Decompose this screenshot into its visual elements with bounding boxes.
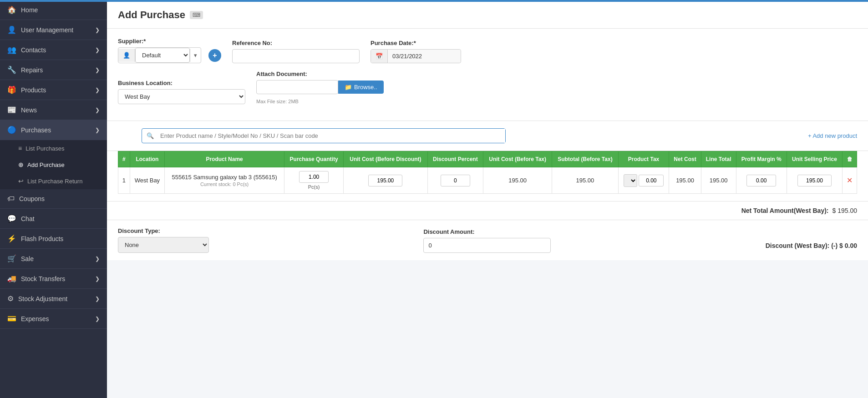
- chevron-right-icon: ❯: [95, 256, 100, 262]
- product-tax-select[interactable]: [624, 174, 637, 187]
- browse-label: Browse..: [354, 84, 377, 91]
- sidebar-item-products[interactable]: 🎁 Products ❯: [0, 80, 107, 100]
- sidebar-item-label: Home: [21, 6, 38, 14]
- product-search-input[interactable]: [158, 129, 505, 143]
- sidebar-item-news[interactable]: 📰 News ❯: [0, 100, 107, 120]
- delete-row-button[interactable]: ✕: [847, 176, 853, 185]
- add-supplier-button[interactable]: +: [208, 49, 221, 62]
- sidebar-item-stock-adjustment[interactable]: ⚙ Stock Adjustment ❯: [0, 289, 107, 309]
- sidebar-sub-item-list-purchase-return[interactable]: ↩ List Purchase Return: [0, 173, 107, 189]
- sidebar-item-user-management[interactable]: 👤 User Management ❯: [0, 20, 107, 40]
- home-icon: 🏠: [7, 5, 16, 14]
- file-size-hint: Max File size: 2MB: [256, 99, 384, 104]
- discount-type-group: Discount Type: None Fixed Percentage: [118, 227, 209, 253]
- sidebar-item-repairs[interactable]: 🔧 Repairs ❯: [0, 60, 107, 80]
- sidebar-item-label: Repairs: [21, 66, 43, 74]
- col-delete: 🗑: [843, 151, 857, 167]
- supplier-prefix-icon: 👤: [118, 49, 135, 62]
- file-input[interactable]: [256, 80, 338, 94]
- discount-amount-input[interactable]: 0: [423, 238, 551, 253]
- contacts-icon: 👥: [7, 45, 16, 54]
- discount-amount-group: Discount Amount: 0: [423, 228, 551, 253]
- sidebar-sub-item-label: Add Purchase: [27, 161, 65, 168]
- table-header-row: # Location Product Name Purchase Quantit…: [118, 151, 857, 167]
- row-location: West Bay: [130, 167, 165, 194]
- sidebar-sub-item-label: List Purchases: [25, 145, 64, 152]
- discount-percent-input[interactable]: [441, 175, 470, 186]
- sidebar-item-label: Stock Adjustment: [18, 295, 67, 302]
- row-unit-cost-before-tax: 195.00: [483, 167, 552, 194]
- add-icon: ⊕: [18, 161, 24, 168]
- discount-type-label: Discount Type:: [118, 227, 209, 234]
- discount-west-bay-value: (-) $ 0.00: [831, 242, 857, 249]
- supplier-group: Supplier:* 👤 Default ▾ +: [118, 38, 221, 63]
- return-icon: ↩: [18, 177, 24, 185]
- sidebar-item-label: User Management: [21, 26, 73, 34]
- sidebar-item-label: Contacts: [21, 46, 46, 54]
- profit-margin-input[interactable]: [746, 175, 776, 186]
- sale-icon: 🛒: [7, 254, 16, 263]
- purchases-icon: 🔵: [7, 126, 16, 134]
- sidebar-item-flash-products[interactable]: ⚡ Flash Products: [0, 229, 107, 249]
- chevron-right-icon: ❯: [95, 87, 100, 93]
- col-net-cost: Net Cost: [669, 151, 701, 167]
- supplier-select[interactable]: Default: [135, 48, 190, 63]
- sidebar-item-purchases[interactable]: 🔵 Purchases ❯: [0, 120, 107, 140]
- sidebar-sub-item-label: List Purchase Return: [27, 178, 82, 185]
- supplier-chevron-icon: ▾: [190, 49, 201, 62]
- page-header: Add Purchase ⌨: [107, 2, 868, 29]
- net-total-section: Net Total Amount(West Bay): $ 195.00: [107, 201, 868, 220]
- row-unit-selling-price[interactable]: [787, 167, 842, 194]
- sidebar-item-home[interactable]: 🏠 Home: [0, 0, 107, 20]
- browse-button[interactable]: 📁 Browse..: [338, 81, 384, 94]
- row-product-tax[interactable]: [618, 167, 669, 194]
- purchase-form: Supplier:* 👤 Default ▾ + Reference No:: [107, 29, 868, 121]
- attach-document-group: Attach Document: 📁 Browse.. Max File siz…: [256, 71, 384, 104]
- search-icon: 🔍: [142, 129, 158, 143]
- sidebar-item-coupons[interactable]: 🏷 Coupons: [0, 189, 107, 209]
- product-tax-input[interactable]: [639, 175, 664, 186]
- browse-row: 📁 Browse..: [256, 80, 384, 94]
- unit-selling-price-input[interactable]: [797, 175, 832, 186]
- table-row: 1 West Bay 555615 Samsung galaxy tab 3 (…: [118, 167, 857, 194]
- row-delete[interactable]: ✕: [843, 167, 857, 194]
- list-icon: ≡: [18, 145, 22, 152]
- chevron-right-icon: ❯: [95, 296, 100, 302]
- sidebar-item-chat[interactable]: 💬 Chat: [0, 209, 107, 229]
- search-section: 🔍 + Add new product: [107, 121, 868, 151]
- sidebar-sub-item-add-purchase[interactable]: ⊕ Add Purchase: [0, 156, 107, 173]
- main-content: Add Purchase ⌨ Supplier:* 👤 Default ▾ +: [107, 2, 868, 398]
- row-purchase-qty[interactable]: Pc(s): [284, 167, 343, 194]
- discount-type-select[interactable]: None Fixed Percentage: [118, 237, 209, 253]
- page-title: Add Purchase: [118, 9, 185, 21]
- sidebar-item-label: Expenses: [21, 315, 49, 322]
- business-location-select[interactable]: West Bay: [118, 89, 245, 104]
- chevron-right-icon: ❯: [95, 107, 100, 113]
- sidebar-item-stock-transfers[interactable]: 🚚 Stock Transfers ❯: [0, 269, 107, 289]
- chevron-right-icon: ❯: [95, 47, 100, 53]
- purchase-qty-input[interactable]: [299, 171, 329, 183]
- products-icon: 🎁: [7, 86, 16, 94]
- row-discount-percent[interactable]: [427, 167, 483, 194]
- reference-no-input[interactable]: [232, 49, 360, 63]
- sidebar-item-sale[interactable]: 🛒 Sale ❯: [0, 249, 107, 269]
- sidebar-item-label: Sale: [21, 255, 34, 262]
- table-section: # Location Product Name Purchase Quantit…: [107, 151, 868, 201]
- purchase-date-input[interactable]: 03/21/2022: [388, 50, 461, 63]
- chevron-down-icon: ❯: [95, 127, 100, 133]
- flash-icon: ⚡: [7, 234, 16, 243]
- col-unit-cost-before-discount: Unit Cost (Before Discount): [344, 151, 427, 167]
- supplier-select-wrap[interactable]: 👤 Default ▾: [118, 47, 201, 63]
- chevron-right-icon: ❯: [95, 27, 100, 33]
- product-search-wrap[interactable]: 🔍: [142, 128, 506, 143]
- sidebar-item-contacts[interactable]: 👥 Contacts ❯: [0, 40, 107, 60]
- sidebar-item-expenses[interactable]: 💳 Expenses ❯: [0, 309, 107, 329]
- col-discount-percent: Discount Percent: [427, 151, 483, 167]
- row-unit-cost-before-discount[interactable]: [344, 167, 427, 194]
- sidebar-sub-item-list-purchases[interactable]: ≡ List Purchases: [0, 140, 107, 156]
- add-new-product-link[interactable]: + Add new product: [808, 132, 857, 139]
- unit-cost-before-discount-input[interactable]: [368, 175, 402, 186]
- discount-amount-label: Discount Amount:: [423, 228, 551, 235]
- business-location-label: Business Location:: [118, 80, 245, 86]
- row-profit-margin[interactable]: [736, 167, 787, 194]
